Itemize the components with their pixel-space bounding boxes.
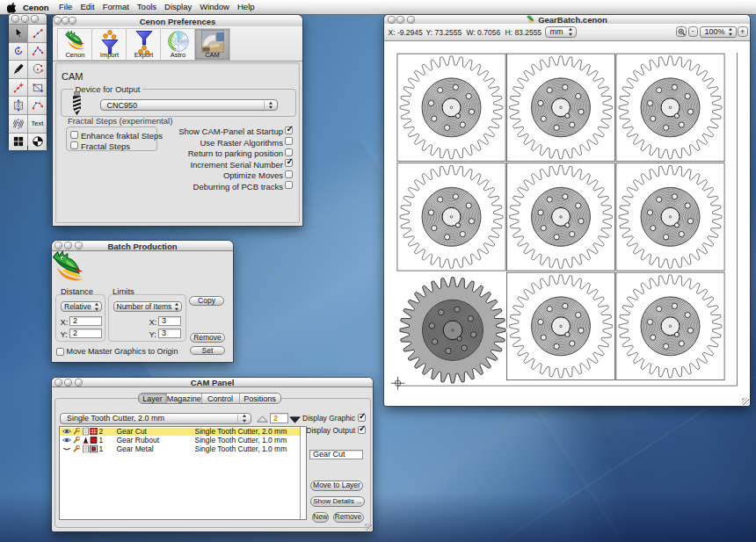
layer-row-gear-cut[interactable]: 2 Gear Cut Single Tooth Cutter, 2.0 mm xyxy=(60,428,300,437)
display-output-checkbox[interactable]: ✓ xyxy=(358,426,366,434)
prefs-toolbar-cam[interactable]: CAM xyxy=(194,28,230,61)
tool-add-point[interactable] xyxy=(9,79,27,97)
menu-item-display[interactable]: Display xyxy=(161,0,196,14)
layer-row-gear-rubout[interactable]: 1 Gear Rubout Single Tooth Cutter, 1.0 m… xyxy=(60,436,300,444)
distance-group: Relative X: 2 Y: 2 xyxy=(55,294,105,342)
tab-layer[interactable]: Layer xyxy=(139,394,166,403)
menu-item-help[interactable]: Help xyxy=(233,0,258,14)
menu-item-tools[interactable]: Tools xyxy=(133,0,160,14)
return-to-parking-position-checkbox[interactable] xyxy=(285,148,293,156)
prefs-toolbar-cenon[interactable]: Cenon xyxy=(57,28,92,61)
edit-wrench-icon[interactable] xyxy=(72,444,80,452)
deburring-of-pcb-tracks-checkbox[interactable] xyxy=(285,181,293,189)
cam-panel-resize-grip[interactable] xyxy=(365,524,372,531)
device-group-label: Device for Output xyxy=(73,84,143,94)
zoom-out-button[interactable]: - xyxy=(688,26,699,37)
tool-arc[interactable] xyxy=(28,61,47,78)
remove-button[interactable]: Remove xyxy=(190,333,225,343)
fill-grid-icon[interactable] xyxy=(90,428,98,436)
deburring-of-pcb-tracks-label: Deburring of PCB tracks xyxy=(193,182,283,192)
fill-solid-icon[interactable] xyxy=(90,437,98,444)
distance-x-field[interactable]: 2 xyxy=(69,316,102,326)
cam-panel-title-bar[interactable]: CAM Panel xyxy=(52,378,373,387)
level-field[interactable]: 2 xyxy=(270,413,288,423)
coord-x-label: X: xyxy=(389,28,396,37)
tool-rectangle[interactable] xyxy=(28,79,47,97)
device-popup[interactable]: CNC950 xyxy=(100,99,278,111)
tab-positions[interactable]: Positions xyxy=(239,394,280,403)
prefs-toolbar-export[interactable]: Export xyxy=(126,28,161,61)
tool-marker[interactable] xyxy=(9,61,27,78)
palette-zoom-button[interactable] xyxy=(32,16,38,22)
tool-curve[interactable] xyxy=(28,97,47,114)
prefs-toolbar-cam-label: CAM xyxy=(195,51,229,59)
limits-x-field[interactable]: 3 xyxy=(158,316,181,326)
tool-rotate[interactable] xyxy=(9,43,27,61)
tool-text[interactable]: Text xyxy=(28,115,47,133)
limits-y-field[interactable]: 3 xyxy=(158,329,181,338)
optimize-moves-checkbox[interactable] xyxy=(285,170,293,178)
use-raster-algorithms-checkbox[interactable] xyxy=(285,137,293,145)
fractal-steps-checkbox[interactable] xyxy=(70,141,78,149)
zoom-in-button[interactable]: + xyxy=(738,26,748,37)
magnify-button[interactable] xyxy=(676,26,687,37)
visible-eye-icon[interactable] xyxy=(62,437,71,444)
display-graphic-checkbox[interactable]: ✓ xyxy=(358,414,366,422)
tool-mirror-block[interactable] xyxy=(9,97,27,114)
tab-control[interactable]: Control xyxy=(201,394,239,403)
display-output-label: Display Output xyxy=(306,426,355,435)
layer-name-field[interactable]: Gear Cut xyxy=(309,450,363,459)
palette-title-bar[interactable] xyxy=(9,14,47,25)
zoom-popup[interactable]: 100% xyxy=(700,26,737,38)
remove-layer-button[interactable]: Remove xyxy=(333,512,364,523)
move-to-layer-button[interactable]: Move to Layer xyxy=(310,481,363,491)
set-button[interactable]: Set xyxy=(190,346,225,356)
copy-button[interactable]: Copy xyxy=(189,296,224,306)
preferences-title-bar[interactable]: Cenon Preferences xyxy=(53,15,302,27)
increment-serial-number-checkbox[interactable]: ✓ xyxy=(285,159,293,167)
new-button[interactable]: New xyxy=(312,512,329,523)
tool-registration-mark[interactable] xyxy=(28,134,47,151)
visible-eye-icon[interactable] xyxy=(62,428,71,435)
layer-list-scrollbar[interactable] xyxy=(300,427,306,519)
gearbatch-resize-grip[interactable] xyxy=(742,398,749,405)
show-cam-panel-at-startup-checkbox[interactable]: ✓ xyxy=(285,126,293,134)
distance-mode-popup[interactable]: Relative xyxy=(61,301,102,312)
tool-select-arrow[interactable] xyxy=(9,25,27,42)
gearbatch-title-wrap: GearBatch.cenon xyxy=(384,15,750,24)
level-down-arrow[interactable] xyxy=(289,416,301,423)
enhance-fraktal-steps-checkbox[interactable] xyxy=(70,131,78,139)
menu-item-format[interactable]: Format xyxy=(98,0,133,14)
palette-minimize-button[interactable] xyxy=(22,16,28,22)
menu-item-app[interactable]: Cenon xyxy=(17,3,55,12)
device-popup-value: CNC950 xyxy=(107,100,138,110)
tool-polyline[interactable] xyxy=(28,43,47,61)
layer-row-gear-metal[interactable]: 1 Gear Metal Single Tooth Cutter, 1.0 mm xyxy=(60,444,300,453)
distance-y-field[interactable]: 2 xyxy=(69,329,102,338)
unit-popup[interactable]: mm xyxy=(545,26,577,38)
tool-hatch[interactable] xyxy=(9,115,27,133)
menu-item-file[interactable]: File xyxy=(55,0,76,14)
tab-magazine[interactable]: Magazine xyxy=(166,394,201,403)
limits-mode-popup[interactable]: Number of Items xyxy=(113,301,182,312)
drawing-canvas[interactable] xyxy=(386,41,748,403)
fill-framed-icon[interactable] xyxy=(90,444,98,452)
tool-line[interactable] xyxy=(28,25,47,42)
prefs-toolbar-astro[interactable]: Astro xyxy=(160,28,195,61)
coord-h-label: H: xyxy=(505,28,513,37)
move-master-graphics-checkbox[interactable] xyxy=(56,348,64,356)
prefs-toolbar-import[interactable]: Import xyxy=(91,28,127,61)
level-up-arrow[interactable] xyxy=(257,416,268,423)
edit-wrench-icon[interactable] xyxy=(72,428,80,436)
palette-close-button[interactable] xyxy=(12,16,18,22)
text-tool-icon: Text xyxy=(32,119,44,127)
edit-wrench-icon[interactable] xyxy=(72,437,80,444)
apple-menu-icon[interactable] xyxy=(7,2,17,13)
show-details-button[interactable]: Show Details ... xyxy=(310,496,365,507)
menu-item-window[interactable]: Window xyxy=(196,0,234,14)
tool-popup[interactable]: Single Tooth Cutter, 2.0 mm xyxy=(60,413,251,424)
hidden-eye-icon[interactable] xyxy=(62,445,71,452)
menu-item-edit[interactable]: Edit xyxy=(76,0,98,14)
tool-pattern-squares[interactable] xyxy=(9,134,27,151)
return-to-parking-position-label: Return to parking position xyxy=(188,148,283,158)
